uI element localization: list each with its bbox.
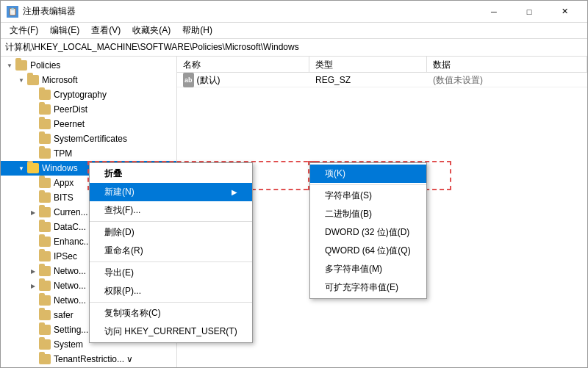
- folder-icon-netwo2: [39, 281, 51, 291]
- tree-item-tenantrestriction[interactable]: ▶ TenantRestrictio... ∨: [1, 352, 176, 367]
- submenu-item-strval[interactable]: 字符串值(S): [310, 187, 426, 205]
- tree-label-microsoft: Microsoft: [42, 75, 78, 85]
- folder-icon-tpm: [39, 148, 51, 159]
- folder-icon-current: [39, 207, 51, 217]
- tree-label-windows: Windows: [42, 163, 78, 173]
- submenu-label-dword32: DWORD (32 位)值(D): [325, 227, 409, 237]
- title-bar: 📋 注册表编辑器 ─ □ ✕: [1, 1, 587, 23]
- ctx-separator-2: [90, 261, 252, 262]
- ctx-item-new[interactable]: 新建(N) ▶: [90, 183, 252, 201]
- expand-policies[interactable]: ▼: [4, 59, 15, 71]
- tree-item-microsoft[interactable]: ▼ Microsoft: [1, 73, 176, 87]
- ctx-label-rename: 重命名(R): [104, 245, 143, 257]
- submenu-item-qword64[interactable]: QWORD (64 位)值(Q): [310, 242, 426, 260]
- ctx-label-delete: 删除(D): [104, 226, 135, 239]
- submenu-item-dword32[interactable]: DWORD (32 位)值(D): [310, 223, 426, 242]
- submenu-label-multistr: 多字符串值(M): [325, 264, 382, 274]
- folder-icon-system: [39, 339, 51, 350]
- tree-item-peernet[interactable]: ▶ Peernet: [1, 117, 176, 131]
- tree-label-bits: BITS: [54, 192, 74, 203]
- ctx-label-visituser: 访问 HKEY_CURRENT_USER(T): [104, 325, 237, 338]
- ctx-item-rename[interactable]: 重命名(R): [90, 242, 252, 260]
- ctx-arrow-new: ▶: [232, 188, 237, 196]
- folder-icon-microsoft: [27, 75, 39, 85]
- ctx-item-export[interactable]: 导出(E): [90, 264, 252, 282]
- window-icon: 📋: [7, 6, 18, 18]
- folder-icon-peernet: [39, 119, 51, 129]
- ctx-label-new: 新建(N): [104, 186, 135, 198]
- tree-label-peerdist: PeerDist: [54, 104, 87, 115]
- data-value-cell: (数值未设置): [427, 73, 587, 87]
- context-menu: 折叠 新建(N) ▶ 查找(F)... 删除(D) 重命名(R) 导出(E) 权…: [89, 162, 253, 343]
- submenu-item-binval[interactable]: 二进制值(B): [310, 205, 426, 223]
- tree-label-ipsec: IPSec: [54, 251, 77, 261]
- menu-view[interactable]: 查看(V): [85, 23, 126, 38]
- tree-label-cryptography: Cryptography: [54, 90, 107, 100]
- tree-label-netwo1: Netwo...: [54, 266, 86, 276]
- submenu-label-key: 项(K): [325, 168, 345, 178]
- submenu-item-expandstr[interactable]: 可扩充字符串值(E): [310, 278, 426, 297]
- tree-label-appx: Appx: [54, 178, 74, 188]
- menu-edit[interactable]: 编辑(E): [44, 23, 85, 38]
- submenu-label-expandstr: 可扩充字符串值(E): [325, 282, 398, 292]
- expand-microsoft[interactable]: ▼: [15, 74, 27, 86]
- expand-windows[interactable]: ▼: [15, 162, 27, 174]
- folder-icon-policies: [15, 60, 27, 71]
- tree-item-cryptography[interactable]: ▶ Cryptography: [1, 87, 176, 102]
- folder-icon-netwo3: [39, 295, 51, 306]
- expand-current[interactable]: ▶: [27, 206, 39, 218]
- tree-label-enhance: Enhanc...: [54, 237, 91, 247]
- folder-icon-windows: [27, 163, 39, 173]
- menu-bar: 文件(F) 编辑(E) 查看(V) 收藏夹(A) 帮助(H): [1, 23, 587, 39]
- expand-netwo1[interactable]: ▶: [27, 265, 39, 277]
- maximize-button[interactable]: □: [512, 1, 546, 22]
- address-path: 计算机\HKEY_LOCAL_MACHINE\SOFTWARE\Policies…: [5, 41, 299, 54]
- tree-label-tpm: TPM: [54, 148, 72, 159]
- tree-label-setting: Setting...: [54, 325, 88, 335]
- ab-icon: ab: [183, 73, 194, 87]
- submenu-item-key[interactable]: 项(K): [310, 165, 426, 183]
- tree-label-netwo3: Netwo...: [54, 295, 86, 306]
- folder-icon-appx: [39, 178, 51, 188]
- folder-icon-netwo1: [39, 266, 51, 276]
- expand-netwo2[interactable]: ▶: [27, 280, 39, 292]
- submenu-label-qword64: QWORD (64 位)值(Q): [325, 245, 411, 256]
- menu-favorites[interactable]: 收藏夹(A): [126, 23, 176, 38]
- tree-item-tpm[interactable]: ▶ TPM: [1, 146, 176, 161]
- menu-file[interactable]: 文件(F): [4, 23, 44, 38]
- data-type-cell: REG_SZ: [309, 73, 427, 87]
- tree-item-systemcerts[interactable]: ▶ SystemCertificates: [1, 131, 176, 146]
- tree-item-peerdist[interactable]: ▶ PeerDist: [1, 102, 176, 117]
- col-header-name: 名称: [177, 57, 309, 73]
- data-name-cell: ab (默认): [177, 73, 309, 87]
- data-row-name: (默认): [197, 73, 220, 87]
- ctx-label-copykey: 复制项名称(C): [104, 307, 161, 320]
- ctx-label-permissions: 权限(P)...: [104, 285, 141, 297]
- minimize-button[interactable]: ─: [477, 1, 511, 22]
- tree-item-policies[interactable]: ▼ Policies: [1, 58, 176, 73]
- table-row[interactable]: ab (默认) REG_SZ (数值未设置): [177, 73, 587, 87]
- ctx-item-find[interactable]: 查找(F)...: [90, 201, 252, 220]
- tree-label-systemcerts: SystemCertificates: [54, 134, 127, 144]
- folder-icon-systemcerts: [39, 134, 51, 144]
- menu-help[interactable]: 帮助(H): [176, 23, 218, 38]
- tree-label-peernet: Peernet: [54, 119, 85, 129]
- tree-label-safer: safer: [54, 310, 74, 320]
- window-title: 注册表编辑器: [23, 5, 477, 18]
- ctx-item-copykey[interactable]: 复制项名称(C): [90, 304, 252, 322]
- window-controls: ─ □ ✕: [477, 1, 581, 22]
- ctx-separator-1: [90, 221, 252, 222]
- ctx-item-visituser[interactable]: 访问 HKEY_CURRENT_USER(T): [90, 322, 252, 341]
- ctx-label-find: 查找(F)...: [104, 204, 140, 217]
- tree-label-policies: Policies: [30, 60, 60, 71]
- submenu-item-multistr[interactable]: 多字符串值(M): [310, 260, 426, 278]
- submenu-label-strval: 字符串值(S): [325, 190, 372, 201]
- submenu-separator-1: [310, 184, 426, 185]
- registry-editor-window: 📋 注册表编辑器 ─ □ ✕ 文件(F) 编辑(E) 查看(V) 收藏夹(A) …: [0, 0, 588, 368]
- ctx-item-delete[interactable]: 删除(D): [90, 223, 252, 242]
- ctx-item-permissions[interactable]: 权限(P)...: [90, 282, 252, 300]
- ctx-label-export: 导出(E): [104, 267, 134, 279]
- ctx-item-collapse[interactable]: 折叠: [90, 165, 252, 183]
- folder-icon-peerdist: [39, 104, 51, 115]
- close-button[interactable]: ✕: [548, 1, 581, 22]
